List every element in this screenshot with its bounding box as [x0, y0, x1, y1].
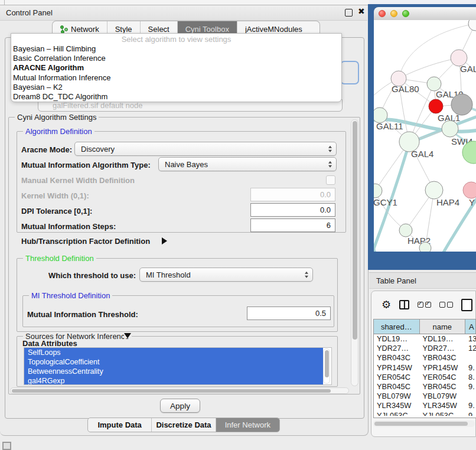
select-all-icon[interactable]	[418, 302, 431, 308]
algorithm-dropdown-prompt: Select algorithm to view settings	[11, 34, 341, 44]
data-attribute-item[interactable]: BetweennessCentrality	[24, 367, 323, 376]
kernel-width-field[interactable]: 0.0	[250, 188, 335, 201]
table-cell	[465, 353, 476, 363]
network-node[interactable]	[468, 20, 476, 31]
table-cell: 9	[465, 411, 476, 416]
column-header-partial[interactable]: A	[465, 319, 476, 334]
mi-threshold-definition-title: MI Threshold Definition	[29, 291, 112, 300]
data-attribute-item[interactable]: SelfLoops	[24, 348, 323, 357]
network-node[interactable]	[419, 242, 431, 252]
network-node[interactable]	[451, 94, 472, 115]
table-row[interactable]: YBR043CYBR043C	[374, 353, 476, 363]
which-threshold-combobox[interactable]: MI Threshold	[139, 268, 313, 282]
table-horizontal-scrollbar[interactable]	[373, 420, 475, 427]
spinner-arrows-icon	[328, 161, 332, 168]
network-node-hap2[interactable]	[399, 224, 412, 237]
column-header-name[interactable]: name	[420, 319, 466, 334]
network-edge[interactable]	[461, 239, 476, 252]
network-node-gcy1[interactable]	[374, 184, 382, 198]
aracne-mode-combobox[interactable]: Discovery	[74, 142, 337, 156]
column-header-shared-name[interactable]: shared…	[374, 319, 420, 334]
network-edge[interactable]	[399, 58, 459, 79]
table-cell: YDL19…	[420, 334, 466, 344]
table-toolbar: ⚙	[382, 298, 476, 312]
node-label: GAL80	[392, 84, 419, 94]
cyni-algorithm-settings-title: Cyni Algorithm Settings	[15, 113, 99, 122]
mi-algorithm-type-combobox[interactable]: Naive Bayes	[158, 157, 337, 171]
zoom-traffic-light-icon[interactable]	[402, 10, 409, 17]
table-cell	[465, 392, 476, 401]
manual-kernel-width-label: Manual Kernel Width Definition	[21, 176, 135, 185]
network-node-hap4[interactable]	[425, 181, 443, 199]
algorithm-option[interactable]: Bayesian – Hill Climbing	[11, 44, 341, 54]
table-cell: 8.	[465, 373, 476, 382]
node-label: GAL4	[411, 149, 433, 159]
algorithm-option[interactable]: Bayesian – K2	[11, 83, 341, 92]
settings-gear-icon[interactable]: ⚙	[382, 299, 391, 310]
network-node-y[interactable]	[463, 182, 476, 198]
expand-arrow-icon[interactable]	[162, 237, 167, 244]
apply-button[interactable]: Apply	[160, 399, 200, 413]
hub-definition-label: Hub/Transcription Factor Definition	[21, 237, 150, 246]
page-icon[interactable]	[461, 299, 472, 311]
node-table[interactable]: shared… name A YDL19…YDL19…13YDR27…YDR27…	[373, 319, 476, 418]
close-traffic-light-icon[interactable]	[379, 10, 386, 17]
algorithm-option[interactable]: Basic Correlation Inference	[11, 54, 341, 63]
dpi-tolerance-field[interactable]: 0.0	[250, 203, 335, 217]
list-vertical-scrollbar[interactable]	[323, 348, 330, 384]
table-cell: YLR345W	[420, 401, 466, 410]
spinner-arrows-icon	[305, 272, 308, 278]
tab-impute-data[interactable]: Impute Data	[88, 418, 151, 432]
table-row[interactable]: YBR045CYBR045C9.	[374, 382, 476, 392]
settings-vertical-scrollbar[interactable]	[351, 119, 358, 386]
algorithm-option[interactable]: Dream8 DC_TDC Algorithm	[11, 92, 341, 102]
table-cell: YBR043C	[374, 353, 420, 363]
table-cell: 9.	[465, 401, 476, 410]
algorithm-option[interactable]: Mutual Information Inference	[11, 73, 341, 83]
focused-control-edge	[340, 61, 359, 84]
mi-threshold-field[interactable]: 0.5	[247, 306, 331, 320]
collapse-arrow-icon[interactable]	[124, 333, 131, 338]
deselect-all-icon[interactable]	[439, 302, 453, 308]
table-row[interactable]: YBL079WYBL079W	[374, 392, 476, 401]
docked-panel-icon[interactable]	[2, 442, 11, 450]
table-row[interactable]: YDR27…YDR27…12	[374, 344, 476, 353]
data-attributes-list[interactable]: SelfLoopsTopologicalCoefficientBetweenne…	[24, 347, 332, 385]
close-icon[interactable]: ✖	[358, 6, 365, 16]
tab-infer-network[interactable]: Infer Network	[216, 418, 279, 432]
algorithm-option[interactable]: ARACNE Algorithm	[11, 63, 341, 73]
network-node-swi4[interactable]	[442, 120, 458, 137]
table-row[interactable]: YPR145WYPR145W9.	[374, 363, 476, 373]
spinner-arrows-icon	[328, 146, 332, 152]
table-row[interactable]: YJL053CYJL053C9	[374, 411, 476, 416]
network-window-titlebar[interactable]	[374, 7, 476, 21]
data-attribute-item[interactable]: gal4RGexp	[24, 376, 323, 385]
table-cell: YDL19…	[374, 334, 420, 344]
network-canvas[interactable]: GALGAL80GAL10GAL1GAL11SWI4GAL4GCY1HAP4YH…	[374, 20, 476, 252]
settings-horizontal-scrollbar[interactable]	[10, 387, 349, 394]
dpi-tolerance-label: DPI Tolerance [0,1]:	[21, 207, 92, 216]
mi-threshold-label: Mutual Information Threshold:	[27, 310, 138, 319]
table-cell: YBR045C	[420, 382, 466, 392]
table-row[interactable]: YER054CYER054C8.	[374, 373, 476, 382]
table-cell: YPR145W	[374, 363, 420, 373]
table-cell: YDR27…	[420, 344, 466, 353]
table-cell: YBL079W	[374, 392, 420, 401]
mi-steps-field[interactable]: 6	[250, 219, 335, 232]
algorithm-definition-title: Algorithm Definition	[23, 127, 94, 136]
node-label: GCY1	[374, 197, 397, 207]
split-columns-icon[interactable]	[399, 300, 409, 309]
tab-discretize-data[interactable]: Discretize Data	[151, 418, 215, 432]
table-row[interactable]: YDL19…YDL19…13	[374, 334, 476, 344]
network-node-gal1[interactable]	[429, 99, 443, 113]
table-cell: YPR145W	[420, 363, 466, 373]
table-cell: YJL053C	[420, 411, 466, 416]
data-attribute-item[interactable]: TopologicalCoefficient	[24, 357, 323, 367]
node-label: GAL11	[376, 121, 403, 131]
manual-kernel-width-checkbox[interactable]	[326, 175, 335, 185]
float-window-icon[interactable]	[345, 9, 353, 17]
table-cell: 9.	[465, 382, 476, 392]
table-cell: YER054C	[420, 373, 466, 382]
table-row[interactable]: YLR345WYLR345W9.	[374, 401, 476, 410]
minimize-traffic-light-icon[interactable]	[390, 10, 397, 17]
